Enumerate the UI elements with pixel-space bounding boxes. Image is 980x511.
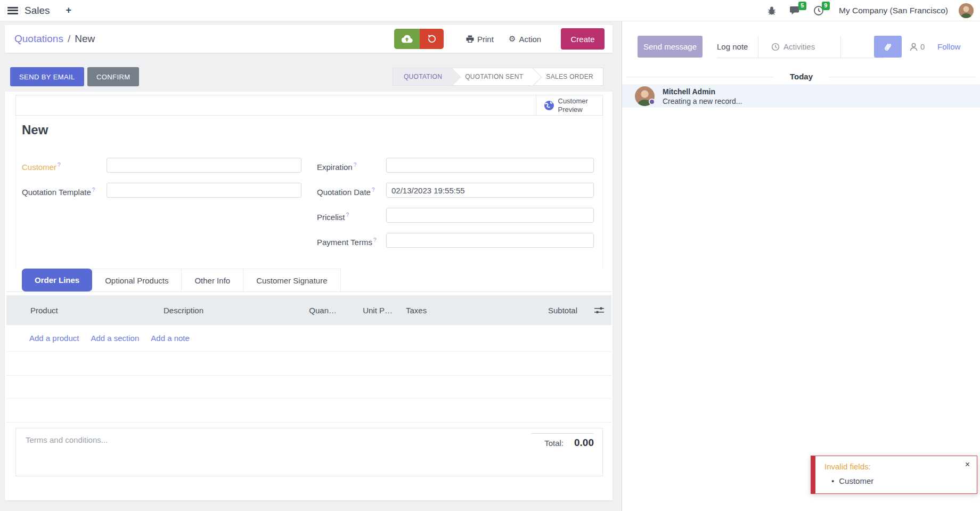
new-window-button[interactable]: + (66, 5, 72, 16)
hamburger-menu-icon[interactable] (7, 7, 18, 14)
payment-terms-field-label: Payment Terms? (317, 233, 377, 250)
app-menu-sales[interactable]: Sales (24, 5, 50, 17)
activity-clock-icon (771, 43, 780, 51)
stage-sales-order[interactable]: SALES ORDER (533, 68, 603, 86)
user-avatar[interactable] (959, 3, 974, 18)
debug-bug-icon[interactable] (765, 4, 778, 17)
follow-button[interactable]: Follow (937, 36, 960, 58)
payment-terms-input[interactable] (386, 233, 594, 248)
send-by-email-button[interactable]: SEND BY EMAIL (10, 67, 84, 86)
add-a-product-link[interactable]: Add a product (29, 334, 79, 343)
stage-quotation[interactable]: QUOTATION (393, 68, 452, 86)
log-note-button[interactable]: Log note (717, 36, 748, 58)
breadcrumb: Quotations / New (14, 25, 95, 53)
cloud-upload-icon (401, 35, 413, 43)
paperclip-icon (884, 42, 892, 52)
terms-and-conditions-input[interactable]: Terms and conditions... (26, 435, 108, 444)
save-record-button[interactable] (394, 29, 420, 49)
toolbar-divider (840, 36, 841, 58)
optional-columns-icon[interactable] (577, 306, 607, 314)
activities-count-badge: 9 (822, 2, 830, 10)
tab-customer-signature[interactable]: Customer Signature (243, 269, 340, 291)
top-navbar: Sales + 5 9 My Company (San Francisco) (0, 0, 980, 21)
add-a-note-link[interactable]: Add a note (151, 334, 190, 343)
message-author[interactable]: Mitchell Admin (663, 87, 715, 96)
help-marker: ? (58, 162, 61, 168)
column-subtotal: Subtotal (528, 306, 577, 315)
chatter-panel: Send message Log note Activities (622, 21, 980, 511)
quotation-template-field-label: Quotation Template? (22, 183, 95, 200)
total-label: Total: (544, 439, 564, 448)
schedule-activity-button[interactable]: Activities (771, 36, 815, 58)
total-separator (531, 433, 594, 434)
add-row: Add a product Add a section Add a note (29, 325, 190, 351)
customer-input[interactable] (107, 158, 301, 173)
action-menu[interactable]: ⚙ Action (509, 25, 541, 53)
tab-order-lines[interactable]: Order Lines (22, 269, 92, 291)
toast-title: Invalid fields: (824, 462, 871, 471)
column-quantity: Quan… (286, 306, 337, 315)
pricelist-field-label: Pricelist? (317, 208, 349, 225)
quotation-date-input[interactable] (386, 183, 594, 198)
chatter-toolbar: Send message Log note Activities (622, 36, 980, 58)
toolbar-divider (758, 36, 758, 58)
messages-count-badge: 5 (798, 2, 806, 10)
breadcrumb-quotations[interactable]: Quotations (14, 33, 63, 45)
notebook-tabs: Order Lines Optional Products Other Info… (6, 269, 611, 292)
date-separator: Today (622, 72, 980, 81)
attach-files-button[interactable] (874, 36, 902, 58)
help-marker: ? (346, 212, 349, 218)
help-marker: ? (373, 237, 377, 243)
help-marker: ? (92, 187, 95, 193)
toast-close-icon[interactable]: × (965, 460, 970, 469)
row-separator (6, 422, 611, 423)
tab-optional-products[interactable]: Optional Products (92, 269, 182, 291)
expiration-field-label: Expiration? (317, 158, 356, 175)
expiration-input[interactable] (386, 158, 594, 173)
stage-quotation-sent[interactable]: QUOTATION SENT (452, 68, 533, 86)
column-product: Product (30, 306, 164, 315)
online-status-dot (649, 99, 655, 105)
column-description: Description (164, 306, 286, 315)
help-marker: ? (354, 162, 357, 168)
order-lines-header: Product Description Quan… Unit P… Taxes … (6, 295, 611, 325)
quotation-template-input[interactable] (107, 183, 301, 198)
activities-clock-icon[interactable]: 9 (812, 4, 825, 17)
column-unit-price: Unit P… (337, 306, 393, 315)
save-discard-group (394, 29, 444, 49)
messages-icon[interactable]: 5 (789, 4, 802, 17)
discard-changes-button[interactable] (420, 29, 444, 49)
customer-field-label: Customer? (22, 158, 61, 175)
customer-preview-button[interactable]: Customer Preview (536, 95, 602, 115)
tab-other-info[interactable]: Other Info (181, 269, 243, 291)
gear-icon: ⚙ (509, 34, 516, 44)
chatter-message: Mitchell Admin Creating a new record... (622, 84, 980, 108)
invalid-fields-toast: Invalid fields: × Customer (811, 456, 977, 494)
add-a-section-link[interactable]: Add a section (91, 334, 139, 343)
followers-button[interactable]: 0 (910, 36, 925, 58)
sheet-button-box: Customer Preview (15, 95, 603, 116)
activities-label: Activities (783, 42, 815, 51)
message-body: Creating a new record... (663, 97, 742, 106)
quotation-date-field-label: Quotation Date? (317, 183, 374, 200)
company-switcher[interactable]: My Company (San Francisco) (839, 6, 948, 15)
sheet-footer-box: Terms and conditions... Total: 0.00 (15, 428, 603, 476)
column-taxes: Taxes (406, 306, 528, 315)
row-separator (6, 351, 611, 352)
send-message-button[interactable]: Send message (638, 36, 703, 58)
chatter-tab-underline (717, 58, 883, 58)
followers-count: 0 (920, 42, 925, 51)
confirm-button[interactable]: CONFIRM (87, 67, 139, 86)
pricelist-input[interactable] (386, 208, 594, 223)
breadcrumb-current: New (75, 33, 95, 45)
print-menu[interactable]: Print (466, 25, 494, 53)
toast-invalid-field: Customer (831, 476, 873, 485)
globe-icon (544, 100, 554, 111)
total-value: 0.00 (574, 437, 594, 449)
record-title: New (22, 123, 48, 137)
row-separator (6, 398, 611, 399)
row-separator (6, 375, 611, 376)
help-marker: ? (372, 187, 375, 193)
create-button[interactable]: Create (561, 28, 605, 50)
print-label: Print (477, 35, 494, 44)
